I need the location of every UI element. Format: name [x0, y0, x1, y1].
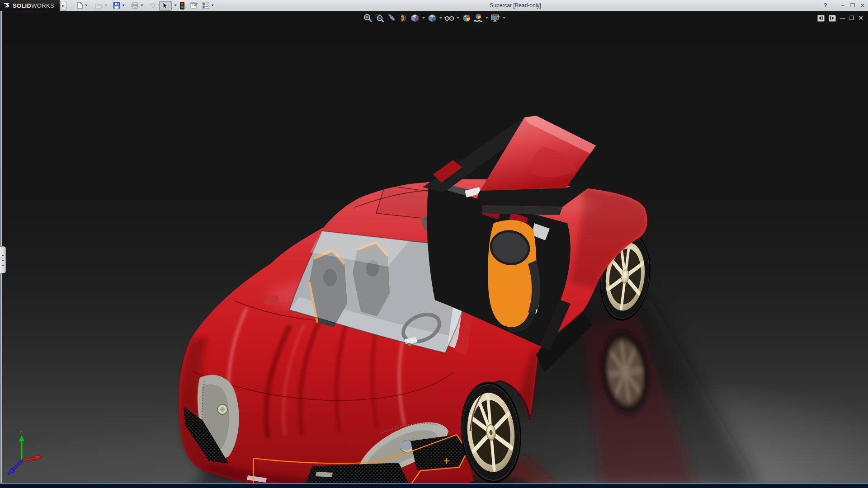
collapse-arrow-icon: ◂	[2, 263, 4, 267]
menu-flyout-button[interactable]: ▸	[60, 1, 66, 11]
file-properties-button[interactable]	[190, 1, 198, 10]
brand-text-solid: SOLID	[13, 2, 31, 9]
undo-icon	[148, 2, 156, 9]
open-button[interactable]	[95, 1, 107, 10]
open-folder-icon	[95, 2, 103, 9]
print-button[interactable]	[131, 1, 143, 10]
document-window-controls: — ❐ ✕	[817, 14, 864, 23]
doc-minimize-button[interactable]: —	[840, 14, 845, 22]
view-settings-dropdown[interactable]	[502, 13, 506, 23]
apply-scene-dropdown[interactable]	[485, 13, 489, 23]
dropdown-arrow-icon[interactable]	[122, 5, 125, 6]
save-button[interactable]	[113, 1, 125, 10]
view-settings-icon	[491, 14, 500, 23]
file-properties-icon	[190, 2, 198, 9]
minimize-button[interactable]: –	[838, 0, 847, 11]
3ds-logo-icon	[3, 1, 11, 9]
taskbar-edge	[0, 483, 868, 488]
previous-view-button[interactable]	[386, 13, 397, 23]
undo-button[interactable]	[148, 1, 160, 10]
featuremanager-collapse-tab[interactable]: ◂ ◂ ◂	[0, 246, 6, 273]
graphics-viewport[interactable]: x y z *Dimetric	[0, 11, 868, 488]
collapse-left-pane-button[interactable]	[817, 15, 825, 22]
dropdown-arrow-icon[interactable]	[211, 5, 214, 6]
orientation-triad: x y z	[5, 429, 45, 478]
view-settings-button[interactable]	[490, 13, 501, 23]
pane-left-icon	[819, 16, 823, 20]
brand-text-works: WORKS	[31, 2, 54, 9]
dropdown-arrow-icon[interactable]	[141, 5, 143, 6]
window-title: Supercar [Read-only]	[461, 0, 570, 11]
display-style-button[interactable]	[427, 13, 438, 23]
doc-restore-button[interactable]: ❐	[849, 14, 854, 22]
help-button[interactable]: ?	[821, 0, 830, 11]
view-orientation-dropdown[interactable]	[421, 13, 426, 23]
previous-view-icon	[387, 14, 396, 23]
collapse-arrow-icon: ◂	[2, 253, 4, 257]
solidworks-logo: SOLIDWORKS	[0, 0, 60, 11]
zoom-to-fit-button[interactable]	[363, 13, 373, 23]
options-button[interactable]	[202, 1, 214, 10]
doc-close-button[interactable]: ✕	[858, 14, 863, 22]
save-icon	[113, 2, 120, 9]
edit-appearance-button[interactable]	[461, 13, 472, 23]
zoom-to-area-button[interactable]	[374, 13, 385, 23]
dropdown-arrow-icon[interactable]	[174, 5, 177, 6]
hide-show-items-dropdown[interactable]	[456, 13, 460, 23]
dropdown-arrow-icon[interactable]	[85, 5, 88, 6]
dropdown-arrow-icon	[104, 5, 107, 6]
help-dropdown[interactable]	[830, 0, 835, 11]
section-view-icon	[399, 14, 408, 23]
new-document-icon	[76, 2, 83, 9]
view-orientation-button[interactable]	[410, 13, 420, 23]
zoom-to-area-icon	[375, 14, 384, 23]
heads-up-view-toolbar	[363, 12, 506, 24]
doorway-seat	[488, 220, 540, 332]
close-button[interactable]: ✕	[858, 0, 867, 11]
svg-text:z: z	[5, 474, 7, 478]
print-icon	[131, 2, 139, 9]
select-cursor-icon	[163, 2, 169, 9]
restore-button[interactable]: ❐	[848, 0, 857, 11]
display-style-icon	[428, 14, 437, 23]
collapse-right-pane-button[interactable]	[829, 15, 836, 22]
collapse-arrow-icon: ◂	[2, 258, 4, 262]
supercar-3d-model: x y z	[0, 11, 868, 488]
options-checklist-icon	[202, 2, 209, 9]
svg-text:y: y	[20, 429, 22, 434]
new-document-button[interactable]	[76, 1, 88, 10]
apply-scene-button[interactable]	[473, 13, 484, 23]
title-bar: SOLIDWORKS ▸	[0, 0, 868, 11]
display-style-dropdown[interactable]	[439, 13, 443, 23]
view-orientation-icon	[410, 14, 420, 23]
pane-right-icon	[830, 16, 834, 20]
hide-show-items-icon	[444, 14, 454, 23]
edit-appearance-icon	[462, 14, 471, 23]
rebuild-traffic-light-icon	[180, 2, 184, 9]
select-tool-button[interactable]	[159, 1, 172, 11]
section-view-button[interactable]	[398, 13, 409, 23]
apply-scene-icon	[473, 14, 483, 23]
hide-show-items-button[interactable]	[444, 13, 455, 23]
zoom-to-fit-icon	[363, 14, 373, 23]
svg-text:x: x	[43, 456, 45, 461]
select-tool-dropdown[interactable]	[172, 1, 177, 10]
rebuild-button[interactable]	[180, 1, 184, 10]
